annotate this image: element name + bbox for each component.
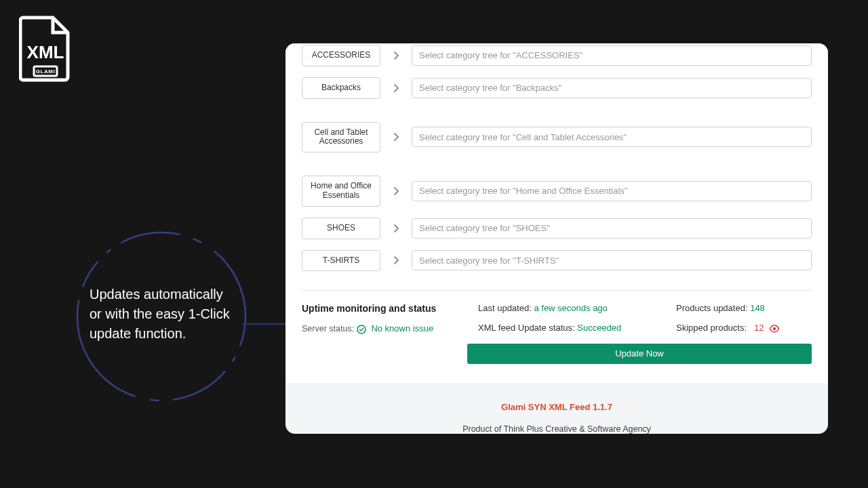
eye-icon[interactable] <box>769 325 780 333</box>
category-tree-input[interactable] <box>412 127 812 147</box>
skipped-value: 12 <box>754 323 764 333</box>
category-row: T-SHIRTS <box>302 239 812 272</box>
last-updated-value: a few seconds ago <box>534 303 607 313</box>
chevron-right-icon <box>391 51 401 60</box>
category-tree-input[interactable] <box>412 218 812 239</box>
category-tree-input[interactable] <box>412 78 812 98</box>
category-chip[interactable]: Cell and Tablet Accessories <box>302 122 380 153</box>
footer: Glami SYN XML Feed 1.1.7 Product of Thin… <box>285 383 828 434</box>
status-heading: Uptime monitoring and status <box>302 303 456 314</box>
divider <box>302 290 812 291</box>
xml-status-value: Succeeded <box>577 323 621 333</box>
chevron-right-icon <box>391 186 401 196</box>
category-chip[interactable]: SHOES <box>302 218 380 239</box>
products-updated-value: 148 <box>750 303 765 313</box>
category-tree-input[interactable] <box>412 45 812 66</box>
annotation-text: Updates automatically or with the easy 1… <box>90 285 239 344</box>
category-row: Home and Office Essentials <box>302 152 812 207</box>
server-status-value: No known issue <box>371 323 433 333</box>
category-tree-input[interactable] <box>412 250 812 270</box>
category-chip[interactable]: ACCESSORIES <box>302 45 380 66</box>
category-row: SHOES <box>302 207 812 239</box>
last-updated-label: Last updated: <box>478 303 532 313</box>
category-row: Backpacks <box>302 66 812 99</box>
category-row: ACCESSORIES <box>302 43 812 66</box>
svg-text:XML: XML <box>27 42 64 62</box>
chevron-right-icon <box>391 132 401 142</box>
footer-line-1: Product of Think Plus Creative & Softwar… <box>285 424 828 434</box>
check-circle-icon <box>357 325 366 334</box>
xml-glami-logo: XML GLAMI <box>19 15 72 83</box>
app-panel: ACCESSORIESBackpacksCell and Tablet Acce… <box>285 43 828 434</box>
category-chip[interactable]: Home and Office Essentials <box>302 176 380 207</box>
category-chip[interactable]: T-SHIRTS <box>302 250 380 272</box>
chevron-right-icon <box>391 83 401 93</box>
products-updated-label: Products updated: <box>676 303 748 313</box>
server-status-label: Server status: <box>302 324 354 333</box>
chevron-right-icon <box>391 224 401 233</box>
footer-title: Glami SYN XML Feed 1.1.7 <box>285 402 828 412</box>
svg-text:GLAMI: GLAMI <box>36 68 55 75</box>
settings-card: ACCESSORIESBackpacksCell and Tablet Acce… <box>285 43 828 383</box>
svg-point-6 <box>773 327 776 330</box>
chevron-right-icon <box>391 256 401 265</box>
category-chip[interactable]: Backpacks <box>302 77 380 99</box>
xml-status-label: XML feed Update status: <box>478 323 575 333</box>
status-row: Uptime monitoring and status Server stat… <box>302 303 812 344</box>
update-now-button[interactable]: Update Now <box>467 344 812 364</box>
skipped-label: Skipped products: <box>676 323 747 333</box>
category-row: Cell and Tablet Accessories <box>302 99 812 153</box>
category-tree-input[interactable] <box>412 181 812 201</box>
